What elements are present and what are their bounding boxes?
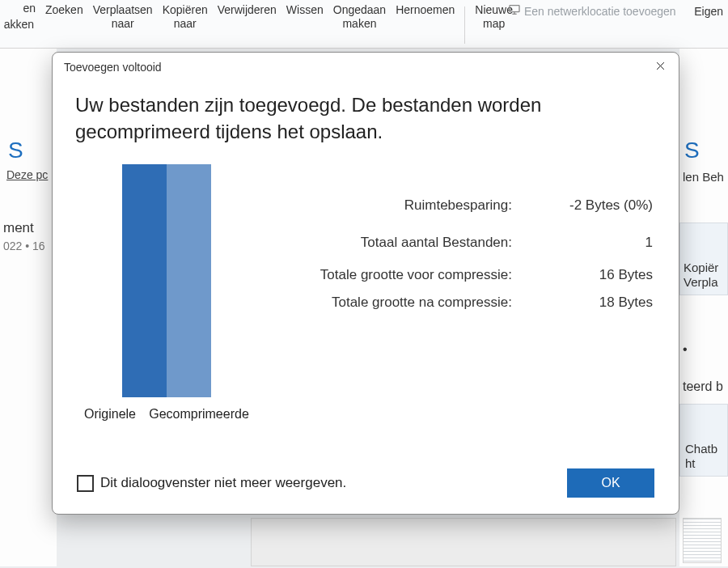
ribbon-toolbar: en akken Zoeken Verplaatsennaar Kopiëren…	[0, 0, 728, 49]
dialog-content: Originele Gecomprimeerde Ruimtebesparing…	[74, 163, 658, 464]
stat-value: 1	[544, 235, 658, 251]
stat-label: Ruimtebesparing:	[279, 197, 512, 214]
ribbon-verwijderen[interactable]: Verwijderen	[213, 3, 281, 45]
dont-show-checkbox[interactable]	[77, 475, 94, 492]
deze-pc-link[interactable]: Deze pc	[6, 168, 57, 181]
right-card-chat-line1: Chatb	[685, 442, 727, 456]
svg-rect-0	[510, 6, 519, 12]
stat-space-savings: Ruimtebesparing: -2 Bytes (0%)	[279, 187, 658, 224]
stat-value: 18 Bytes	[544, 295, 658, 311]
dialog-add-complete: Toevoegen voltooid Uw bestanden zijn toe…	[52, 52, 679, 515]
chart-labels: Originele Gecomprimeerde	[78, 407, 256, 422]
ribbon-verplaatsen[interactable]: Verplaatsennaar	[88, 3, 158, 45]
right-heading: S	[684, 138, 728, 163]
dialog-title-text: Toevoegen voltooid	[64, 61, 162, 74]
dialog-footer: Dit dialoogvenster niet meer weergeven. …	[74, 464, 658, 502]
right-card-1-line2: Verpla	[684, 275, 727, 290]
left-card-title: ment	[3, 220, 56, 236]
ribbon-fragment-top: en	[3, 2, 36, 15]
ok-button[interactable]: OK	[567, 468, 654, 498]
left-panel: S Deze pc ment 022 • 16	[0, 49, 57, 566]
stat-size-after: Totale grootte na compressie: 18 Bytes	[279, 289, 658, 316]
stat-size-before: Totale grootte voor compressie: 16 Bytes	[279, 261, 658, 289]
left-heading: S	[8, 138, 57, 163]
stat-label: Totale grootte na compressie:	[279, 295, 512, 311]
right-card-chat[interactable]: Chatb ht	[679, 404, 728, 477]
stat-label: Totale grootte voor compressie:	[279, 267, 512, 283]
close-button[interactable]	[650, 57, 671, 78]
stat-label: Totaal aantal Bestanden:	[279, 235, 512, 251]
right-text-1: len Beh	[683, 170, 728, 184]
right-text-2: •	[679, 342, 728, 357]
right-card-1[interactable]: Kopiër Verpla	[679, 223, 728, 295]
compression-chart	[122, 163, 211, 397]
ribbon-eigen[interactable]: Eigen	[694, 5, 723, 18]
ribbon-ongedaan[interactable]: Ongedaanmaken	[328, 3, 391, 45]
dialog-titlebar: Toevoegen voltooid	[53, 53, 679, 82]
right-card-1-line1: Kopiër	[684, 261, 727, 275]
dialog-body: Uw bestanden zijn toegevoegd. De bestand…	[53, 82, 679, 514]
chart-label-compressed: Gecomprimeerde	[142, 407, 256, 422]
lines-preview	[683, 518, 722, 563]
dont-show-label[interactable]: Dit dialoogvenster niet meer weergeven.	[100, 475, 346, 491]
right-panel: S len Beh Kopiër Verpla • teerd b Chatb …	[679, 49, 728, 566]
stat-value: -2 Bytes (0%)	[544, 197, 658, 214]
ribbon-fragment-bottom: akken	[0, 18, 34, 31]
ribbon-kopieren[interactable]: Kopiërennaar	[158, 3, 213, 45]
monitor-icon	[508, 3, 521, 19]
dialog-message: Uw bestanden zijn toegevoegd. De bestand…	[75, 91, 653, 145]
right-text-3: teerd b	[679, 379, 728, 394]
ribbon-wissen[interactable]: Wissen	[281, 3, 328, 45]
chart-bar-compressed	[167, 164, 211, 397]
chart-column: Originele Gecomprimeerde	[74, 163, 260, 464]
ribbon-netwerk[interactable]: Een netwerklocatie toevoegen	[524, 5, 676, 18]
left-card[interactable]: ment 022 • 16	[0, 214, 57, 278]
stat-value: 16 Bytes	[544, 267, 658, 283]
stat-total-files: Totaal aantal Bestanden: 1	[279, 224, 658, 261]
ribbon-zoeken[interactable]: Zoeken	[40, 3, 88, 45]
ribbon-divider	[464, 6, 465, 44]
bottom-panel	[251, 518, 676, 566]
stats-column: Ruimtebesparing: -2 Bytes (0%) Totaal aa…	[279, 163, 658, 464]
ribbon-hernoemen[interactable]: Hernoemen	[391, 3, 459, 45]
right-card-chat-line2: ht	[685, 456, 727, 471]
chart-label-original: Originele	[78, 407, 142, 422]
close-icon	[654, 60, 667, 75]
chart-bar-original	[122, 164, 167, 397]
left-card-sub: 022 • 16	[3, 239, 56, 252]
